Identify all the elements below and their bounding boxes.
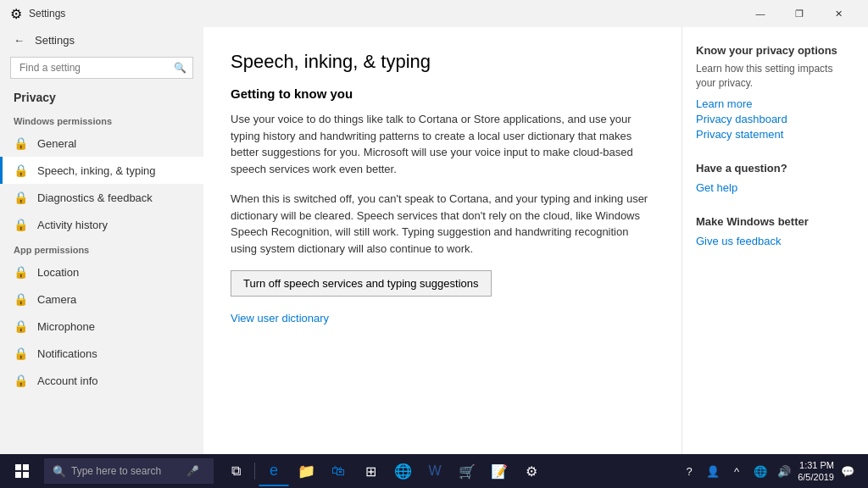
- taskbar-mic-icon: 🎤: [186, 465, 199, 477]
- svg-rect-0: [15, 464, 21, 470]
- taskbar-chevron-icon[interactable]: ^: [726, 461, 747, 481]
- body-text-1: Use your voice to do things like talk to…: [231, 111, 654, 177]
- speech-icon: 🔒: [14, 164, 27, 177]
- windows-permissions-label: Windows permissions: [0, 109, 203, 130]
- privacy-dashboard-link[interactable]: Privacy dashboard: [696, 113, 787, 125]
- notifications-icon: 🔒: [14, 347, 27, 360]
- taskbar-explorer[interactable]: 📁: [291, 456, 321, 486]
- svg-rect-1: [23, 464, 29, 470]
- sidebar-item-microphone-label: Microphone: [37, 320, 95, 333]
- give-feedback-link[interactable]: Give us feedback: [696, 235, 781, 247]
- app-permissions-label: App permissions: [0, 238, 203, 258]
- accountinfo-icon: 🔒: [14, 374, 27, 387]
- know-privacy-title: Know your privacy options: [696, 44, 854, 57]
- general-icon: 🔒: [14, 136, 27, 150]
- taskbar-store[interactable]: 🛍: [323, 456, 353, 486]
- search-container: 🔍: [10, 57, 193, 79]
- taskbar-right: ? 👤 ^ 🌐 🔊 1:31 PM 6/5/2019 💬: [672, 459, 865, 484]
- have-question-section: Have a question? Get help: [696, 162, 854, 195]
- minimize-button[interactable]: —: [741, 0, 780, 27]
- taskbar-windows[interactable]: ⊞: [355, 456, 386, 486]
- taskbar-notification-icon[interactable]: 💬: [837, 461, 858, 481]
- right-panel: Know your privacy options Learn how this…: [682, 27, 868, 454]
- close-button[interactable]: ✕: [819, 0, 858, 27]
- know-privacy-section: Know your privacy options Learn how this…: [696, 44, 854, 141]
- svg-rect-2: [15, 472, 21, 478]
- main-content: Speech, inking, & typing Getting to know…: [203, 27, 682, 454]
- view-user-dictionary-link[interactable]: View user dictionary: [231, 312, 329, 324]
- privacy-statement-link[interactable]: Privacy statement: [696, 128, 783, 141]
- taskbar-help-icon[interactable]: ?: [679, 461, 699, 481]
- camera-icon: 🔒: [14, 292, 27, 306]
- taskbar-person-icon[interactable]: 👤: [703, 461, 723, 481]
- svg-rect-3: [23, 472, 29, 478]
- taskbar: 🔍 🎤 ⧉ e 📁 🛍 ⊞ 🌐 W 🛒 📝 ⚙ ? 👤 ^ 🌐 🔊 1:31 P…: [0, 454, 868, 488]
- taskbar-edge[interactable]: e: [259, 456, 289, 486]
- taskbar-shopping[interactable]: 🛒: [452, 456, 482, 486]
- sidebar-item-diagnostics-label: Diagnostics & feedback: [37, 191, 153, 204]
- sidebar-item-location-label: Location: [37, 266, 79, 279]
- taskbar-search-input[interactable]: [71, 465, 181, 477]
- taskbar-chrome[interactable]: 🌐: [387, 456, 418, 486]
- turn-off-button[interactable]: Turn off speech services and typing sugg…: [231, 270, 492, 297]
- app-body: ← Settings 🔍 Privacy Windows permissions…: [0, 27, 868, 454]
- diagnostics-icon: 🔒: [14, 191, 27, 204]
- sidebar: ← Settings 🔍 Privacy Windows permissions…: [0, 27, 203, 454]
- taskbar-network-icon[interactable]: 🌐: [750, 461, 771, 481]
- taskbar-settings[interactable]: ⚙: [516, 456, 547, 486]
- sidebar-item-microphone[interactable]: 🔒 Microphone: [0, 313, 203, 340]
- sidebar-item-notifications[interactable]: 🔒 Notifications: [0, 340, 203, 367]
- title-bar-left: ⚙ Settings: [10, 6, 65, 22]
- make-windows-better-title: Make Windows better: [696, 215, 854, 228]
- sidebar-item-notifications-label: Notifications: [37, 347, 97, 360]
- taskbar-apps: ⧉ e 📁 🛍 ⊞ 🌐 W 🛒 📝 ⚙: [217, 456, 672, 486]
- back-button[interactable]: ← Settings: [0, 27, 203, 53]
- sidebar-item-activity-label: Activity history: [37, 219, 108, 231]
- taskbar-system-icons: ? 👤 ^ 🌐 🔊: [679, 461, 794, 481]
- sidebar-item-accountinfo-label: Account info: [37, 374, 98, 387]
- learn-more-link[interactable]: Learn more: [696, 97, 752, 110]
- get-help-link[interactable]: Get help: [696, 181, 737, 194]
- taskbar-search-icon: 🔍: [53, 465, 66, 478]
- sidebar-item-camera-label: Camera: [37, 293, 76, 306]
- settings-icon: ⚙: [10, 6, 22, 22]
- sidebar-item-general-label: General: [37, 137, 76, 150]
- taskbar-date: 6/5/2019: [798, 471, 834, 483]
- page-title: Speech, inking, & typing: [231, 51, 654, 73]
- taskbar-taskview[interactable]: ⧉: [220, 456, 251, 486]
- restore-button[interactable]: ❐: [780, 0, 819, 27]
- sidebar-item-general[interactable]: 🔒 General: [0, 130, 203, 157]
- sidebar-item-speech-label: Speech, inking, & typing: [37, 164, 155, 177]
- sidebar-item-activity[interactable]: 🔒 Activity history: [0, 211, 203, 238]
- know-privacy-text: Learn how this setting impacts your priv…: [696, 62, 854, 91]
- title-bar: ⚙ Settings — ❐ ✕: [0, 0, 868, 27]
- title-bar-title: Settings: [29, 8, 65, 19]
- title-bar-controls: — ❐ ✕: [741, 0, 858, 27]
- microphone-icon: 🔒: [14, 319, 27, 333]
- activity-icon: 🔒: [14, 218, 27, 231]
- taskbar-volume-icon[interactable]: 🔊: [774, 461, 794, 481]
- sidebar-item-speech[interactable]: 🔒 Speech, inking, & typing: [0, 157, 203, 184]
- search-input[interactable]: [10, 57, 193, 79]
- sidebar-privacy-label: Privacy: [0, 86, 203, 109]
- make-windows-better-section: Make Windows better Give us feedback: [696, 215, 854, 248]
- back-icon: ←: [14, 34, 25, 47]
- have-question-title: Have a question?: [696, 162, 854, 175]
- sidebar-item-diagnostics[interactable]: 🔒 Diagnostics & feedback: [0, 184, 203, 211]
- search-icon: 🔍: [174, 62, 186, 74]
- taskbar-time: 1:31 PM: [798, 459, 834, 471]
- sidebar-item-accountinfo[interactable]: 🔒 Account info: [0, 367, 203, 394]
- taskbar-divider-1: [254, 463, 255, 480]
- taskbar-word[interactable]: W: [420, 456, 450, 486]
- section-title: Getting to know you: [231, 86, 654, 101]
- start-button[interactable]: [3, 454, 41, 488]
- back-label: Settings: [35, 34, 75, 47]
- taskbar-sticky[interactable]: 📝: [484, 456, 515, 486]
- taskbar-search[interactable]: 🔍 🎤: [44, 458, 214, 484]
- sidebar-item-camera[interactable]: 🔒 Camera: [0, 286, 203, 313]
- body-text-2: When this is switched off, you can't spe…: [231, 191, 654, 257]
- taskbar-clock[interactable]: 1:31 PM 6/5/2019: [798, 459, 834, 484]
- location-icon: 🔒: [14, 265, 27, 279]
- sidebar-item-location[interactable]: 🔒 Location: [0, 258, 203, 286]
